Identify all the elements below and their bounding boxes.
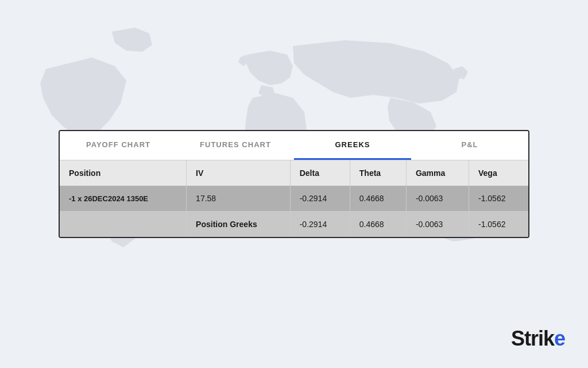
col-header-delta: Delta (290, 160, 350, 186)
table-header-row: Position IV Delta Theta Gamma Vega (60, 160, 528, 186)
tab-payoff[interactable]: PAYOFF CHART (60, 131, 177, 160)
main-content: PAYOFF CHART FUTURES CHART GREEKS P&L Po… (0, 0, 588, 368)
col-header-gamma: Gamma (406, 160, 469, 186)
cell-vega-2: -1.0562 (469, 212, 529, 237)
tab-bar: PAYOFF CHART FUTURES CHART GREEKS P&L (60, 131, 528, 160)
col-header-theta: Theta (350, 160, 406, 186)
cell-position-2 (60, 212, 187, 237)
col-header-position: Position (60, 160, 187, 186)
cell-delta-2: -0.2914 (290, 212, 350, 237)
cell-position-1: -1 x 26DEC2024 1350E (60, 186, 187, 212)
tab-pnl[interactable]: P&L (411, 131, 528, 160)
col-header-vega: Vega (469, 160, 529, 186)
cell-iv-2: Position Greeks (187, 212, 291, 237)
cell-gamma-2: -0.0063 (406, 212, 469, 237)
logo-text-main: Strik (511, 327, 554, 350)
cell-iv-1: 17.58 (187, 186, 291, 212)
table-row: Position Greeks -0.2914 0.4668 -0.0063 -… (60, 212, 528, 237)
cell-theta-1: 0.4668 (350, 186, 406, 212)
table-card: PAYOFF CHART FUTURES CHART GREEKS P&L Po… (59, 130, 529, 238)
cell-delta-1: -0.2914 (290, 186, 350, 212)
tab-futures[interactable]: FUTURES CHART (177, 131, 294, 160)
logo-text-accent: e (554, 327, 565, 350)
tab-greeks[interactable]: GREEKS (294, 131, 411, 160)
strike-logo: Strike (511, 327, 565, 351)
greeks-table: Position IV Delta Theta Gamma Vega -1 x … (60, 160, 528, 237)
cell-theta-2: 0.4668 (350, 212, 406, 237)
cell-gamma-1: -0.0063 (406, 186, 469, 212)
table-row: -1 x 26DEC2024 1350E 17.58 -0.2914 0.466… (60, 186, 528, 212)
col-header-iv: IV (187, 160, 291, 186)
cell-vega-1: -1.0562 (469, 186, 529, 212)
